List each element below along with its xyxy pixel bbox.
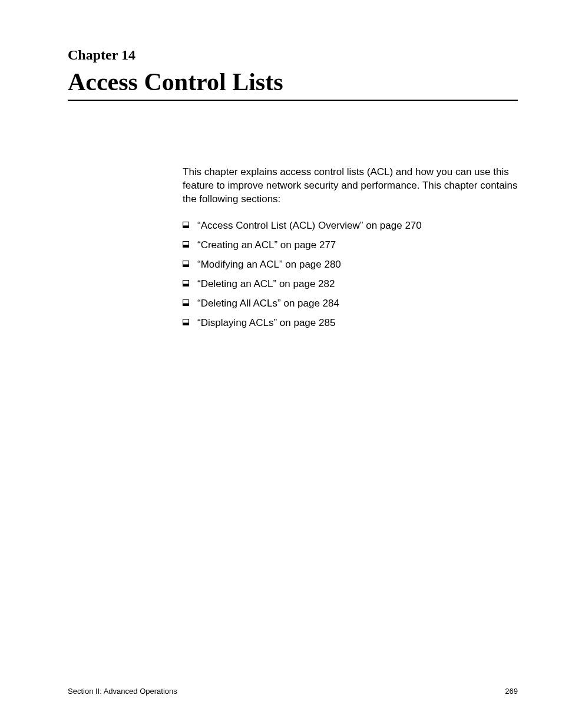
bullet-icon bbox=[183, 241, 189, 248]
footer-page-number: 269 bbox=[505, 687, 518, 696]
svg-rect-11 bbox=[183, 322, 189, 325]
svg-rect-3 bbox=[183, 245, 189, 247]
list-item: “Displaying ACLs” on page 285 bbox=[183, 317, 518, 330]
bullet-icon bbox=[183, 299, 189, 306]
bullet-icon bbox=[183, 319, 189, 325]
toc-item-text: “Deleting All ACLs” on page 284 bbox=[197, 297, 339, 311]
title-rule bbox=[68, 100, 518, 101]
page-container: Chapter 14 Access Control Lists This cha… bbox=[0, 0, 562, 728]
intro-paragraph: This chapter explains access control lis… bbox=[183, 166, 518, 206]
chapter-label: Chapter 14 bbox=[68, 47, 518, 63]
bullet-icon bbox=[183, 222, 189, 228]
list-item: “Deleting All ACLs” on page 284 bbox=[183, 297, 518, 311]
svg-rect-9 bbox=[183, 303, 189, 305]
list-item: “Modifying an ACL” on page 280 bbox=[183, 258, 518, 272]
list-item: “Creating an ACL” on page 277 bbox=[183, 239, 518, 252]
toc-list: “Access Control List (ACL) Overview” on … bbox=[183, 219, 518, 330]
list-item: “Access Control List (ACL) Overview” on … bbox=[183, 219, 518, 233]
toc-item-text: “Deleting an ACL” on page 282 bbox=[197, 278, 335, 291]
svg-rect-5 bbox=[183, 264, 189, 266]
svg-rect-7 bbox=[183, 284, 189, 286]
footer-section: Section II: Advanced Operations bbox=[68, 687, 177, 696]
bullet-icon bbox=[183, 280, 189, 286]
svg-rect-1 bbox=[183, 225, 189, 228]
toc-item-text: “Access Control List (ACL) Overview” on … bbox=[197, 219, 422, 233]
chapter-title: Access Control Lists bbox=[68, 68, 518, 100]
bullet-icon bbox=[183, 261, 189, 267]
toc-item-text: “Displaying ACLs” on page 285 bbox=[197, 317, 335, 330]
content-block: This chapter explains access control lis… bbox=[183, 166, 518, 330]
toc-item-text: “Modifying an ACL” on page 280 bbox=[197, 258, 341, 272]
toc-item-text: “Creating an ACL” on page 277 bbox=[197, 239, 336, 252]
list-item: “Deleting an ACL” on page 282 bbox=[183, 278, 518, 291]
page-footer: Section II: Advanced Operations 269 bbox=[68, 687, 518, 696]
